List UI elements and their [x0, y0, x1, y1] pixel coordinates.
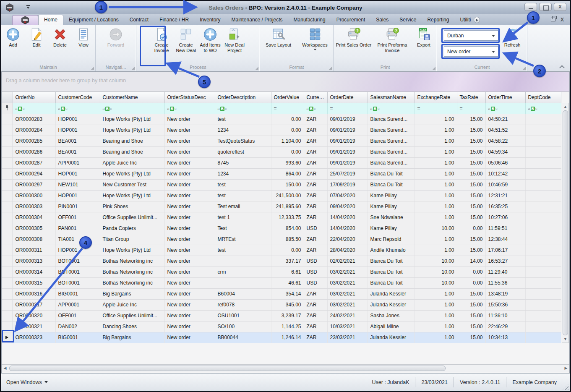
- row-selector[interactable]: [2, 288, 13, 299]
- mdi-restore-icon[interactable]: [551, 18, 555, 21]
- filter-cell-taxrate[interactable]: =: [457, 103, 485, 114]
- row-selector[interactable]: [2, 223, 13, 234]
- table-row[interactable]: OR0000304OFF001Office Supplies Unlimit..…: [2, 212, 561, 223]
- row-indicator[interactable]: [2, 332, 13, 343]
- tab-scroll-right-icon[interactable]: [474, 17, 480, 23]
- vertical-scrollbar[interactable]: ▲ ▼: [562, 103, 569, 343]
- tab-contract[interactable]: Contract: [124, 15, 154, 25]
- row-selector[interactable]: [2, 321, 13, 332]
- dialog-launcher-icon[interactable]: [523, 67, 526, 70]
- column-header-customername[interactable]: CustomerName: [100, 92, 164, 103]
- row-selector[interactable]: [2, 190, 13, 201]
- table-row[interactable]: OR0000305PAN001Panda CopiersNew orderTes…: [2, 223, 561, 234]
- dialog-launcher-icon[interactable]: [256, 67, 258, 70]
- filter-cell-orderdate[interactable]: =: [327, 103, 368, 114]
- column-header-customercode[interactable]: CustomerCode: [55, 92, 100, 103]
- column-header-taxrate[interactable]: TaxRate: [457, 92, 485, 103]
- row-selector[interactable]: [2, 136, 13, 146]
- create-invoice-button[interactable]: Create Invoice: [149, 26, 174, 54]
- table-row[interactable]: OR0000316BIG0001Big BargainsNew orderB60…: [2, 288, 561, 299]
- table-row[interactable]: OR0000311HOP001Hope Works (Pty) LtdNew o…: [2, 245, 561, 256]
- maximize-button[interactable]: [539, 3, 552, 11]
- tab-home[interactable]: Home: [38, 15, 63, 25]
- dialog-launcher-icon[interactable]: [132, 67, 135, 70]
- resize-grip[interactable]: [563, 384, 568, 390]
- tab-maintenance-projects[interactable]: Maintenance / Projects: [226, 15, 288, 25]
- scroll-up-icon[interactable]: ▲: [562, 103, 568, 110]
- branch-combo[interactable]: Durban: [444, 30, 498, 41]
- close-button[interactable]: X: [554, 3, 566, 11]
- column-header-orderno[interactable]: OrderNo: [13, 92, 55, 103]
- column-header-exchangerate[interactable]: ExchangeRate: [415, 92, 457, 103]
- tab-utiliti[interactable]: Utiliti: [454, 15, 476, 25]
- column-header-orderdescription[interactable]: OrderDescription: [215, 92, 271, 103]
- view-button[interactable]: View: [72, 26, 95, 49]
- table-row[interactable]: OR0000323BIG0001Big BargainsNew orderBB0…: [2, 332, 561, 343]
- tab-procurement[interactable]: Procurement: [331, 15, 371, 25]
- table-row[interactable]: OR0000320OFF001Office Supplies Unlimit..…: [2, 310, 561, 321]
- row-selector[interactable]: [2, 157, 13, 168]
- column-header-orderstatusdesc[interactable]: OrderStatusDesc: [164, 92, 215, 103]
- row-selector[interactable]: [2, 201, 13, 212]
- table-row[interactable]: OR0000284HOP001Hope Works (Pty) LtdNew o…: [2, 125, 561, 136]
- mdi-close-icon[interactable]: X: [561, 17, 564, 22]
- new-deal-project-button[interactable]: New Deal Project: [222, 26, 247, 54]
- save-layout-button[interactable]: Save Layout: [260, 26, 297, 49]
- dialog-launcher-icon[interactable]: [91, 67, 94, 70]
- row-selector[interactable]: [2, 299, 13, 310]
- table-row[interactable]: OR0000286BEA001Bearing and ShoeNew order…: [2, 146, 561, 157]
- table-row[interactable]: OR0000300HOP001Hope Works (Pty) LtdNew o…: [2, 190, 561, 201]
- scroll-down-icon[interactable]: ▼: [562, 336, 568, 342]
- filter-cell-exchangerate[interactable]: =: [415, 103, 457, 114]
- column-header-orderdate[interactable]: OrderDate: [327, 92, 368, 103]
- table-row[interactable]: OR0000285BEA001Bearing and ShoeNew order…: [2, 136, 561, 146]
- ribbon-collapse-icon[interactable]: [560, 65, 565, 69]
- refresh-button[interactable]: Refresh: [500, 26, 524, 49]
- dialog-launcher-icon[interactable]: [329, 67, 332, 70]
- table-row[interactable]: OR0000303PIN0001Pink ShoesNew orderTest …: [2, 201, 561, 212]
- table-row[interactable]: OR0000294HOP001Hope Works (Pty) LtdNew o…: [2, 168, 561, 179]
- group-by-panel[interactable]: Drag a column header here to group by th…: [2, 72, 569, 92]
- tab-sales[interactable]: Sales: [370, 15, 394, 25]
- row-selector[interactable]: [2, 256, 13, 267]
- row-selector[interactable]: [2, 277, 13, 288]
- row-selector[interactable]: [2, 179, 13, 190]
- filter-cell-deptcode[interactable]: aBc: [525, 103, 561, 114]
- table-row[interactable]: OR0000313BOT0001Bothas Networking incNew…: [2, 256, 561, 267]
- column-header-deptcode[interactable]: DeptCode: [525, 92, 561, 103]
- application-menu-button[interactable]: [12, 15, 38, 25]
- tab-equipment-locations[interactable]: Equipment / Locations: [63, 15, 124, 25]
- filter-cell-orderdescription[interactable]: aBc: [215, 103, 271, 114]
- tab-finance-hr[interactable]: Finance / HR: [154, 15, 194, 25]
- workspaces-button[interactable]: Workspaces: [297, 26, 333, 51]
- row-selector[interactable]: [2, 310, 13, 321]
- open-windows-button[interactable]: Open Windows: [6, 379, 48, 385]
- minimize-button[interactable]: [524, 3, 537, 11]
- column-header-salesmanname[interactable]: SalesmanName: [368, 92, 415, 103]
- table-row[interactable]: OR0000287APP0001Apple Juice IncNew order…: [2, 157, 561, 168]
- row-selector[interactable]: [2, 168, 13, 179]
- scroll-right-icon[interactable]: ▶: [563, 365, 569, 371]
- tab-manufacturing[interactable]: Manufacturing: [288, 15, 331, 25]
- vertical-scroll-thumb[interactable]: [563, 110, 568, 335]
- tab-service[interactable]: Service: [394, 15, 422, 25]
- table-row[interactable]: OR0000317APP0001Apple Juice IncNew order…: [2, 299, 561, 310]
- column-header-ordervalue[interactable]: OrderValue: [271, 92, 304, 103]
- table-row[interactable]: OR0000297NEW101New Customer TestNew orde…: [2, 179, 561, 190]
- column-header-ordertime[interactable]: OrderTime: [485, 92, 525, 103]
- edit-button[interactable]: Edit: [25, 26, 48, 49]
- filter-cell-currency[interactable]: aBc: [304, 103, 327, 114]
- column-header-currency[interactable]: Currency: [304, 92, 327, 103]
- filter-cell-salesmanname[interactable]: aBc: [368, 103, 415, 114]
- row-selector[interactable]: [2, 234, 13, 245]
- row-selector[interactable]: [2, 114, 13, 125]
- dialog-launcher-icon[interactable]: [433, 67, 435, 70]
- row-selector[interactable]: [2, 245, 13, 256]
- order-status-combo[interactable]: New order: [444, 46, 498, 57]
- horizontal-scroll-thumb[interactable]: [9, 366, 446, 371]
- export-button[interactable]: XLSXExport: [412, 26, 436, 49]
- table-row[interactable]: OR0000314BOT0001Bothas Networking incNew…: [2, 267, 561, 277]
- table-row[interactable]: OR0000315BOT0001Bothas Networking incNew…: [2, 277, 561, 288]
- filter-cell-ordertime[interactable]: aBc: [485, 103, 525, 114]
- filter-cell-customername[interactable]: aBc: [100, 103, 164, 114]
